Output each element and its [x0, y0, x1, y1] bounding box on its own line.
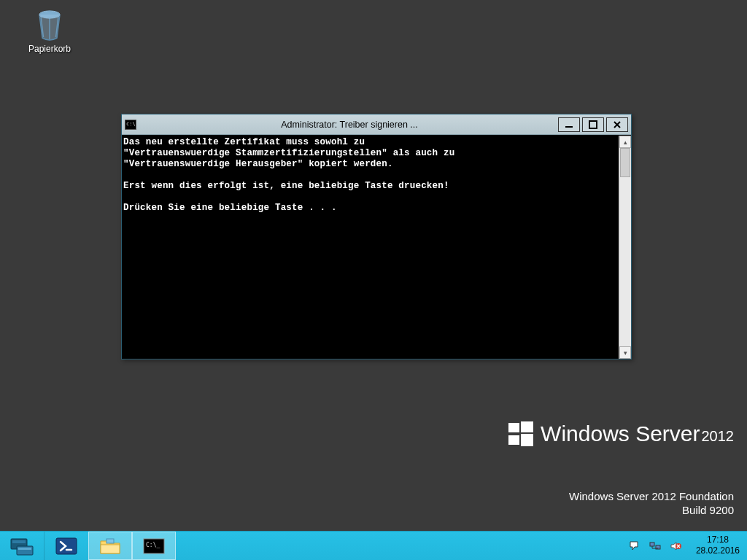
console-output[interactable]: Das neu erstellte Zertifikat muss sowohl… [122, 136, 619, 359]
taskbar-explorer-button[interactable] [88, 532, 132, 560]
scroll-down-button[interactable]: ▾ [619, 346, 631, 359]
window-title: Administrator: Treiber signieren ... [141, 120, 558, 130]
taskbar: C:\_ 17:18 28.02.2016 [0, 531, 747, 560]
svg-rect-4 [508, 435, 519, 445]
svg-rect-11 [18, 548, 31, 550]
svg-rect-9 [12, 540, 26, 543]
recycle-bin-label: Papierkorb [22, 44, 77, 54]
titlebar[interactable]: Administrator: Treiber signieren ... [122, 114, 631, 135]
volume-muted-icon[interactable] [670, 540, 681, 552]
recycle-bin-desktop-icon[interactable]: Papierkorb [22, 7, 77, 54]
svg-rect-10 [17, 546, 33, 555]
scrollbar[interactable]: ▴ ▾ [619, 136, 631, 359]
svg-rect-13 [101, 545, 120, 553]
recycle-bin-icon [32, 7, 67, 42]
brand-text: Windows Server [541, 421, 700, 446]
cmd-icon [125, 120, 136, 130]
minimize-button[interactable] [558, 117, 580, 132]
network-icon[interactable] [649, 540, 661, 552]
clock-date: 28.02.2016 [696, 545, 740, 556]
svg-rect-2 [508, 423, 519, 432]
brand-row: Windows Server2012 [508, 421, 734, 446]
svg-rect-6 [565, 126, 573, 128]
brand-year: 2012 [702, 428, 735, 444]
system-tray [622, 532, 689, 560]
scroll-thumb[interactable] [620, 148, 630, 177]
taskbar-cmd-button[interactable]: C:\_ [132, 532, 176, 560]
taskbar-spacer [176, 532, 622, 560]
scroll-up-button[interactable]: ▴ [619, 136, 631, 148]
desktop-watermark: Windows Server2012 Windows Server 2012 F… [508, 421, 734, 516]
svg-rect-7 [589, 121, 597, 128]
svg-rect-17 [650, 542, 654, 546]
maximize-button[interactable] [582, 117, 604, 132]
close-button[interactable] [606, 117, 628, 132]
svg-rect-3 [521, 421, 533, 432]
scroll-track[interactable] [619, 148, 631, 346]
taskbar-powershell-button[interactable] [44, 532, 88, 560]
svg-rect-14 [107, 539, 114, 543]
build-text: Build 9200 [508, 504, 734, 516]
taskbar-server-manager-button[interactable] [0, 532, 44, 560]
action-center-icon[interactable] [629, 540, 640, 552]
windows-logo-icon [508, 421, 533, 446]
clock-time: 17:18 [696, 534, 740, 545]
taskbar-clock[interactable]: 17:18 28.02.2016 [689, 532, 747, 560]
svg-rect-5 [521, 434, 533, 446]
svg-text:C:\_: C:\_ [146, 542, 160, 548]
edition-text: Windows Server 2012 Foundation [508, 490, 734, 502]
console-window[interactable]: Administrator: Treiber signieren ... Das… [121, 114, 632, 359]
